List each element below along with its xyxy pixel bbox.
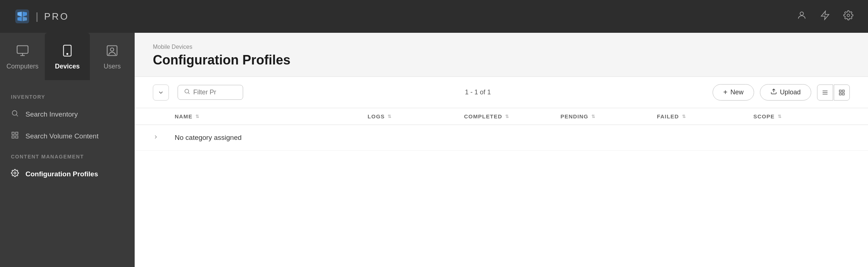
sidebar-content: INVENTORY Search Inventory Search Volume… [0, 80, 135, 267]
svg-point-5 [67, 54, 68, 55]
logs-sort-icon: ⇅ [388, 114, 392, 119]
breadcrumb: Mobile Devices [153, 44, 850, 50]
col-failed[interactable]: FAILED ⇅ [657, 113, 753, 119]
col-pending[interactable]: PENDING ⇅ [560, 113, 657, 119]
computers-icon [16, 44, 29, 59]
new-button[interactable]: + New [713, 84, 754, 101]
filter-input-wrap[interactable] [178, 85, 243, 100]
page-header: Mobile Devices Configuration Profiles [135, 33, 868, 77]
failed-sort-icon: ⇅ [682, 114, 686, 119]
completed-sort-icon: ⇅ [505, 114, 509, 119]
svg-point-2 [847, 14, 850, 16]
search-inventory-icon [11, 109, 19, 119]
svg-rect-3 [17, 46, 28, 54]
svg-rect-9 [12, 132, 14, 134]
table-area: NAME ⇅ LOGS ⇅ COMPLETED ⇅ PENDING ⇅ FAIL… [135, 108, 868, 267]
svg-rect-22 [843, 93, 844, 95]
tab-computers[interactable]: Computers [0, 33, 45, 80]
new-label: New [730, 89, 744, 96]
svg-rect-12 [16, 136, 18, 138]
top-nav: | PRO [0, 0, 868, 33]
main-content: Mobile Devices Configuration Profiles 1 … [135, 33, 868, 267]
toolbar: 1 - 1 of 1 + New Upload [135, 77, 868, 108]
svg-rect-10 [16, 132, 18, 134]
svg-point-7 [111, 48, 114, 51]
tab-users[interactable]: Users [90, 33, 135, 80]
sidebar-item-search-volume-content[interactable]: Search Volume Content [0, 125, 135, 147]
svg-point-8 [12, 111, 17, 115]
col-logs[interactable]: LOGS ⇅ [368, 113, 464, 119]
row-name: No category assigned [175, 134, 368, 142]
svg-rect-0 [15, 9, 29, 23]
name-sort-icon: ⇅ [195, 114, 199, 119]
devices-icon [61, 44, 74, 59]
grid-view-button[interactable] [834, 85, 850, 101]
col-name[interactable]: NAME ⇅ [175, 113, 368, 119]
top-nav-icons [797, 10, 853, 23]
svg-point-13 [14, 172, 16, 174]
gear-icon[interactable] [843, 10, 853, 23]
sidebar: Computers Devices Users [0, 33, 135, 267]
sidebar-item-search-volume-content-label: Search Volume Content [25, 132, 99, 140]
upload-label: Upload [780, 89, 801, 96]
configuration-profiles-icon [11, 169, 19, 179]
svg-rect-20 [843, 90, 844, 92]
upload-icon [770, 88, 777, 97]
sidebar-item-search-inventory-label: Search Inventory [25, 110, 78, 118]
main-layout: Computers Devices Users [0, 33, 868, 267]
svg-rect-21 [839, 93, 841, 95]
row-expand-icon[interactable] [153, 134, 175, 142]
col-expand [153, 113, 175, 119]
logo-divider: | [36, 11, 38, 22]
sidebar-item-search-inventory[interactable]: Search Inventory [0, 103, 135, 125]
lightning-icon[interactable] [820, 10, 830, 23]
tab-computers-label: Computers [7, 63, 39, 70]
tab-users-label: Users [104, 63, 121, 70]
view-toggle [817, 85, 850, 101]
record-count: 1 - 1 of 1 [252, 89, 704, 96]
svg-rect-19 [839, 90, 841, 92]
pending-sort-icon: ⇅ [591, 114, 595, 119]
section-label-content-management: CONTENT MANAGEMENT [0, 147, 135, 163]
sidebar-item-configuration-profiles-label: Configuration Profiles [25, 170, 98, 178]
section-label-inventory: INVENTORY [0, 87, 135, 103]
svg-rect-11 [12, 136, 14, 138]
logo-text: PRO [44, 11, 69, 22]
users-icon [106, 44, 119, 59]
col-scope[interactable]: SCOPE ⇅ [753, 113, 850, 119]
user-icon[interactable] [797, 10, 807, 23]
upload-button[interactable]: Upload [760, 84, 811, 101]
new-icon: + [723, 88, 728, 97]
jamf-logo-icon [15, 9, 30, 24]
tab-devices-label: Devices [55, 63, 80, 70]
list-view-button[interactable] [817, 85, 833, 101]
sidebar-item-configuration-profiles[interactable]: Configuration Profiles [0, 163, 135, 185]
col-completed[interactable]: COMPLETED ⇅ [464, 113, 560, 119]
svg-point-1 [800, 12, 803, 15]
toolbar-right: + New Upload [713, 84, 850, 101]
filter-input[interactable] [193, 89, 237, 96]
filter-search-icon [184, 88, 190, 97]
logo: | PRO [15, 9, 69, 24]
table-header: NAME ⇅ LOGS ⇅ COMPLETED ⇅ PENDING ⇅ FAIL… [135, 108, 868, 125]
tab-devices[interactable]: Devices [45, 33, 90, 80]
expand-button[interactable] [153, 85, 169, 101]
page-title: Configuration Profiles [153, 52, 850, 68]
svg-point-14 [185, 89, 189, 93]
nav-tabs: Computers Devices Users [0, 33, 135, 80]
scope-sort-icon: ⇅ [778, 114, 782, 119]
table-row[interactable]: No category assigned [135, 125, 868, 151]
search-volume-content-icon [11, 131, 19, 141]
